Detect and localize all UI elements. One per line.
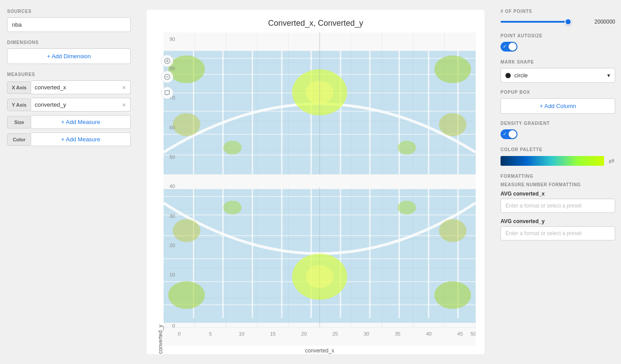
x-axis-input-wrap: × [31, 80, 131, 94]
color-label: Color [7, 133, 31, 146]
svg-text:50: 50 [471, 331, 476, 336]
palette-swap-icon[interactable]: ⇄ [608, 156, 615, 166]
density-toggle-check-icon: ✓ [503, 131, 507, 137]
chart-canvas[interactable]: 90 80 70 60 50 40 30 20 10 0 [164, 32, 476, 346]
popup-box-label: POPUP BOX [501, 90, 615, 95]
svg-text:20: 20 [301, 331, 307, 336]
mark-shape-select[interactable]: circle ▾ [501, 68, 615, 83]
y-axis-input-wrap: × [31, 98, 131, 112]
svg-rect-37 [428, 51, 429, 175]
svg-text:30: 30 [364, 331, 369, 336]
svg-point-51 [223, 141, 241, 155]
num-points-label: # OF POINTS [501, 9, 615, 14]
x-axis-label: X Axis [7, 81, 31, 94]
density-gradient-toggle[interactable]: ✓ [501, 129, 517, 139]
avg-x-text: AVG [501, 191, 512, 197]
avg-x-format-input[interactable] [501, 199, 615, 213]
circle-icon [505, 73, 511, 78]
y-axis-clear-icon[interactable]: × [121, 100, 127, 109]
x-axis-input[interactable] [35, 81, 121, 94]
chart-container: Converted_x, Converted_y converted_y [147, 10, 485, 354]
svg-text:45: 45 [457, 331, 463, 336]
chart-title: Converted_x, Converted_y [268, 19, 363, 28]
svg-rect-36 [399, 51, 400, 175]
dimensions-label: DIMENSIONS [7, 40, 131, 45]
color-row: Color + Add Measure [7, 132, 131, 146]
mark-shape-inner: circle [505, 72, 528, 79]
size-row: Size + Add Measure [7, 115, 131, 129]
density-gradient-toggle-wrap: ✓ [501, 129, 615, 139]
svg-rect-67 [164, 215, 476, 216]
chart-area: Converted_x, Converted_y converted_y [138, 0, 493, 364]
measures-label: MEASURES [7, 72, 131, 77]
svg-text:30: 30 [169, 213, 175, 219]
svg-text:40: 40 [169, 184, 175, 189]
mark-shape-label: MARK SHAPE [501, 60, 615, 64]
svg-text:0: 0 [178, 331, 180, 336]
svg-text:50: 50 [169, 154, 175, 160]
chevron-down-icon: ▾ [607, 72, 610, 79]
svg-point-75 [434, 281, 471, 309]
svg-rect-54 [164, 174, 476, 187]
svg-text:5: 5 [209, 331, 212, 336]
zoom-in-icon[interactable] [161, 55, 173, 67]
chart-plot-area: 90 80 70 60 50 40 30 20 10 0 [164, 32, 476, 354]
svg-text:35: 35 [395, 331, 401, 336]
svg-rect-68 [164, 235, 476, 236]
points-slider[interactable] [501, 21, 572, 23]
svg-text:40: 40 [426, 331, 432, 336]
svg-rect-71 [164, 304, 476, 305]
svg-point-79 [398, 200, 416, 214]
point-autosize-label: POINT AUTOSIZE [501, 33, 615, 38]
point-autosize-toggle[interactable]: ✓ [501, 42, 517, 52]
svg-text:60: 60 [169, 125, 175, 130]
add-measure-size-button[interactable]: + Add Measure [31, 115, 131, 129]
svg-rect-59 [281, 189, 282, 318]
avg-x-label: AVG converted_x [501, 191, 615, 197]
svg-text:15: 15 [270, 331, 276, 336]
svg-rect-64 [428, 189, 429, 318]
x-axis-row: X Axis × [7, 80, 131, 94]
svg-point-78 [223, 200, 241, 214]
svg-point-77 [439, 219, 466, 242]
y-axis-row: Y Axis × [7, 98, 131, 112]
add-column-button[interactable]: + Add Column [501, 98, 615, 114]
point-autosize-toggle-wrap: ✓ [501, 42, 615, 52]
density-toggle-thumb [509, 130, 517, 138]
svg-point-50 [439, 113, 466, 136]
add-dimension-button[interactable]: + Add Dimension [7, 48, 131, 64]
svg-text:25: 25 [333, 331, 338, 336]
color-palette-label: COLOR PALETTE [501, 147, 615, 152]
x-axis-clear-icon[interactable]: × [121, 83, 127, 92]
x-axis-label-text: converted_x [164, 346, 476, 354]
avg-y-text: AVG [501, 218, 512, 224]
svg-point-73 [306, 265, 333, 288]
y-axis-label: Y Axis [7, 99, 31, 111]
add-measure-color-button[interactable]: + Add Measure [31, 132, 131, 146]
svg-rect-30 [222, 51, 224, 175]
avg-y-format-input[interactable] [501, 226, 615, 240]
svg-rect-34 [340, 51, 341, 175]
chart-svg: 90 80 70 60 50 40 30 20 10 0 [164, 32, 476, 346]
avg-y-field: converted_y [513, 218, 545, 224]
svg-rect-32 [281, 51, 282, 175]
measure-number-format-label: MEASURE NUMBER FORMATTING [501, 182, 615, 187]
num-points-row: 2000000 [501, 17, 615, 26]
avg-y-label: AVG converted_y [501, 218, 615, 224]
chart-inner: converted_y [156, 32, 476, 354]
svg-rect-66 [164, 196, 476, 197]
svg-point-76 [173, 219, 200, 242]
svg-text:90: 90 [169, 36, 175, 42]
svg-point-49 [173, 113, 200, 136]
density-toggle-track: ✓ [501, 129, 517, 139]
toggle-track: ✓ [501, 42, 517, 52]
comment-icon[interactable] [161, 87, 173, 99]
toggle-check-icon: ✓ [503, 44, 507, 49]
points-slider-wrap [501, 17, 591, 26]
zoom-out-icon[interactable] [161, 71, 173, 83]
color-palette-bar[interactable] [501, 156, 604, 166]
chart-icons [161, 55, 173, 99]
source-input[interactable] [7, 17, 131, 32]
y-axis-input[interactable] [35, 98, 121, 111]
points-value: 2000000 [594, 19, 615, 25]
